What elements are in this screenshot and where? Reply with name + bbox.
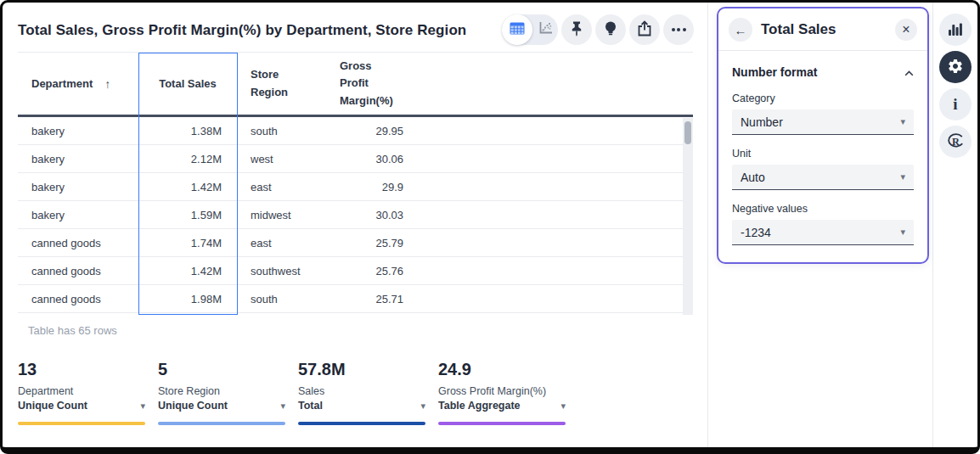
stat-measure: Gross Profit Margin(%) — [438, 385, 566, 397]
number-format-section-toggle[interactable]: Number format — [732, 64, 914, 80]
settings-button[interactable] — [939, 51, 972, 83]
data-table: Department ↑ Total Sales Store Region Gr… — [18, 52, 693, 315]
column-header-empty — [419, 53, 693, 115]
sort-ascending-icon: ↑ — [104, 77, 110, 91]
ellipsis-icon — [672, 28, 686, 31]
field-label-category: Category — [732, 92, 914, 104]
stat-value: 13 — [18, 360, 145, 379]
field-label-unit: Unit — [732, 148, 914, 160]
stat-value: 5 — [158, 360, 285, 379]
scatter-chart-icon — [538, 21, 553, 38]
chevron-down-icon: ▾ — [900, 116, 905, 127]
table-row: bakery 2.12M west 30.06 — [18, 145, 693, 173]
view-toggle — [502, 14, 558, 45]
r-logo-icon: R — [946, 132, 965, 152]
table-row: bakery 1.38M south 29.95 — [18, 117, 693, 145]
table-row-count: Table has 65 rows — [28, 324, 694, 337]
close-button[interactable]: × — [895, 19, 917, 41]
more-options-button[interactable] — [663, 14, 694, 45]
section-title: Number format — [732, 65, 817, 79]
stat-gross-profit-margin: 24.9 Gross Profit Margin(%) Table Aggreg… — [438, 360, 566, 425]
panel-title: Total Sales — [761, 21, 895, 38]
stat-accent-bar — [158, 422, 285, 425]
answer-header: Total Sales, Gross Profit Margin(%) by D… — [3, 3, 707, 45]
stat-measure: Department — [18, 385, 145, 397]
table-row: bakery 1.42M east 29.9 — [18, 173, 693, 201]
chart-settings-button[interactable] — [939, 14, 972, 46]
table-row: bakery 1.59M midwest 30.03 — [18, 201, 693, 229]
insights-button[interactable] — [595, 14, 626, 45]
table-header-row: Department ↑ Total Sales Store Region Gr… — [18, 53, 693, 117]
format-panel: ← Total Sales × Number format Cat — [717, 7, 929, 264]
chevron-down-icon: ▾ — [560, 401, 566, 412]
stat-department: 13 Department Unique Count ▾ — [18, 360, 145, 425]
pin-icon — [569, 20, 584, 40]
table-view-button[interactable] — [502, 14, 532, 45]
column-header-gross-profit-margin[interactable]: Gross Profit Margin(%) — [326, 53, 419, 115]
gear-icon — [947, 58, 964, 77]
app-window: Total Sales, Gross Profit Margin(%) by D… — [0, 0, 980, 454]
field-label-negative-values: Negative values — [732, 203, 914, 215]
arrow-left-icon: ← — [735, 23, 747, 37]
aggregation-selector[interactable]: Unique Count ▾ — [158, 400, 285, 412]
info-button[interactable]: i — [939, 88, 972, 121]
table-row: canned goods 1.74M east 25.79 — [18, 229, 693, 257]
r-analysis-button[interactable]: R — [939, 126, 972, 158]
back-button[interactable]: ← — [729, 18, 752, 42]
page-title: Total Sales, Gross Profit Margin(%) by D… — [18, 14, 466, 39]
unit-dropdown[interactable]: Auto ▾ — [732, 165, 914, 190]
stat-sales: 57.8M Sales Total ▾ — [298, 360, 425, 425]
bar-chart-icon — [948, 22, 963, 38]
aggregation-selector[interactable]: Unique Count ▾ — [18, 400, 145, 412]
stat-accent-bar — [298, 422, 425, 425]
stat-value: 57.8M — [298, 360, 425, 379]
stat-accent-bar — [438, 422, 566, 425]
share-button[interactable] — [629, 14, 660, 45]
svg-text:R: R — [952, 135, 960, 147]
chevron-down-icon: ▾ — [900, 227, 905, 238]
main-content: Total Sales, Gross Profit Margin(%) by D… — [3, 3, 707, 447]
chart-view-button[interactable] — [532, 14, 558, 45]
aggregation-selector[interactable]: Table Aggregate ▾ — [438, 400, 566, 412]
column-header-total-sales[interactable]: Total Sales — [138, 53, 237, 115]
chevron-down-icon: ▾ — [280, 401, 285, 412]
pin-button[interactable] — [561, 14, 592, 45]
lightbulb-icon — [604, 20, 617, 40]
table-row: canned goods 1.98M south 25.71 — [18, 285, 693, 313]
table-icon — [510, 22, 525, 38]
aggregation-selector[interactable]: Total ▾ — [298, 400, 425, 412]
chevron-up-icon — [904, 64, 914, 80]
panel-body: Number format Category Number ▾ Unit Aut… — [718, 51, 927, 262]
stat-measure: Sales — [298, 385, 425, 397]
table-scrollbar-track — [683, 118, 693, 315]
stat-measure: Store Region — [158, 385, 285, 397]
negative-values-dropdown[interactable]: -1234 ▾ — [732, 220, 914, 245]
close-icon: × — [902, 22, 910, 37]
stat-accent-bar — [18, 422, 145, 425]
chevron-down-icon: ▾ — [420, 401, 425, 412]
table-row: canned goods 1.42M southwest 25.76 — [18, 257, 693, 285]
info-icon: i — [953, 95, 957, 114]
panel-header: ← Total Sales × — [718, 8, 927, 50]
table-scrollbar-thumb[interactable] — [684, 121, 691, 144]
chevron-down-icon: ▾ — [900, 171, 905, 182]
share-icon — [637, 20, 652, 39]
table-body: bakery 1.38M south 29.95 bakery 2.12M we… — [18, 117, 693, 313]
column-header-store-region[interactable]: Store Region — [237, 53, 326, 115]
category-dropdown[interactable]: Number ▾ — [732, 109, 914, 135]
right-icon-rail: i R — [932, 3, 977, 447]
chevron-down-icon: ▾ — [140, 401, 145, 412]
summary-stats: 13 Department Unique Count ▾ 5 Store Reg… — [18, 360, 694, 425]
toolbar — [502, 14, 694, 45]
column-header-department[interactable]: Department ↑ — [18, 53, 138, 115]
config-panel-area: ← Total Sales × Number format Cat — [707, 3, 932, 447]
stat-store-region: 5 Store Region Unique Count ▾ — [158, 360, 285, 425]
stat-value: 24.9 — [438, 360, 566, 379]
